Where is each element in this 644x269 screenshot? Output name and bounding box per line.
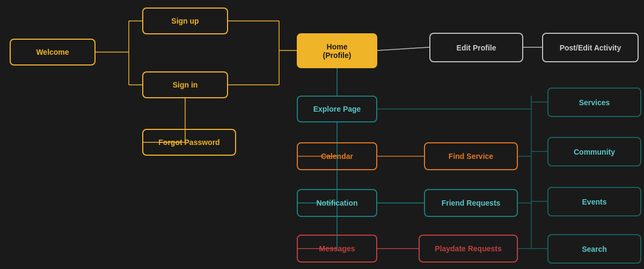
search-label: Search [582, 245, 607, 253]
svg-line-11 [377, 47, 429, 50]
find-service-node: Find Service [424, 142, 518, 170]
forgot-password-node: Forgot Password [142, 129, 236, 156]
calendar-node: Calendar [297, 142, 377, 170]
signup-node: Sign up [142, 8, 228, 34]
welcome-node: Welcome [10, 39, 96, 66]
signup-label: Sign up [171, 17, 199, 25]
playdate-requests-node: Playdate Requests [419, 235, 518, 263]
calendar-label: Calendar [321, 152, 353, 161]
events-node: Events [547, 187, 641, 216]
events-label: Events [582, 198, 607, 206]
edit-profile-node: Edit Profile [429, 33, 523, 62]
find-service-label: Find Service [449, 152, 493, 161]
services-node: Services [547, 88, 641, 117]
explore-page-node: Explore Page [297, 96, 377, 122]
welcome-label: Welcome [36, 48, 69, 56]
signin-node: Sign in [142, 71, 228, 98]
home-node: Home (Profile) [297, 33, 377, 68]
friend-requests-node: Friend Requests [424, 189, 518, 217]
post-edit-activity-node: Post/Edit Activity [542, 33, 639, 62]
forgot-password-label: Forgot Password [158, 138, 219, 147]
home-label: Home (Profile) [323, 42, 352, 60]
messages-node: Messages [297, 235, 377, 263]
explore-page-label: Explore Page [313, 105, 361, 113]
search-node: Search [547, 234, 641, 264]
community-node: Community [547, 137, 641, 166]
notification-label: Notification [317, 199, 358, 207]
messages-label: Messages [319, 244, 355, 253]
friend-requests-label: Friend Requests [442, 199, 501, 207]
community-label: Community [574, 148, 615, 156]
notification-node: Notification [297, 189, 377, 217]
signin-label: Sign in [173, 81, 198, 89]
post-edit-activity-label: Post/Edit Activity [560, 43, 621, 52]
edit-profile-label: Edit Profile [457, 43, 496, 52]
services-label: Services [579, 98, 610, 107]
playdate-requests-label: Playdate Requests [435, 244, 502, 253]
